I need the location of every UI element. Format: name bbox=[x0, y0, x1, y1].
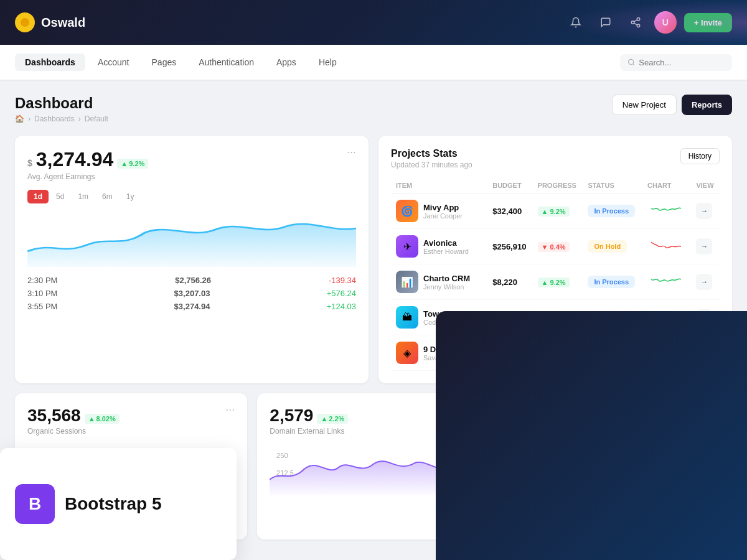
col-view: VIEW bbox=[691, 178, 720, 194]
project-icon: 🏔 bbox=[396, 306, 418, 329]
nav-authentication[interactable]: Authentication bbox=[189, 54, 264, 71]
projects-title: Projects Stats bbox=[391, 148, 472, 159]
col-progress: PROGRESS bbox=[533, 178, 583, 194]
logo[interactable]: Oswald bbox=[15, 12, 85, 32]
earnings-sparkline bbox=[27, 211, 356, 267]
time-tab-6m[interactable]: 6m bbox=[96, 190, 119, 203]
project-budget: $8,220 bbox=[492, 278, 517, 287]
history-button[interactable]: History bbox=[680, 148, 720, 164]
project-icon: ◈ bbox=[396, 342, 418, 364]
project-icon: 🌀 bbox=[396, 200, 418, 222]
svg-point-2 bbox=[637, 24, 640, 27]
notifications-icon[interactable] bbox=[565, 11, 587, 34]
nav-pages[interactable]: Pages bbox=[142, 54, 187, 71]
project-owner: Jenny Wilson bbox=[423, 283, 470, 291]
nav-help[interactable]: Help bbox=[309, 54, 347, 71]
avatar-image: U bbox=[654, 11, 677, 34]
breadcrumb-home-icon: 🏠 bbox=[15, 114, 24, 123]
time-label: 3:55 PM bbox=[27, 302, 57, 311]
reports-button[interactable]: Reports bbox=[682, 95, 732, 115]
view-arrow-button[interactable]: → bbox=[696, 238, 712, 254]
organic-badge: ▲ 8.02% bbox=[85, 414, 120, 424]
earnings-chart bbox=[27, 211, 356, 267]
svg-line-4 bbox=[634, 20, 637, 22]
time-tab-1m[interactable]: 1m bbox=[72, 190, 95, 203]
stat-change: +576.24 bbox=[327, 289, 356, 298]
search-input[interactable] bbox=[639, 58, 725, 67]
nav-dashboards[interactable]: Dashboards bbox=[15, 54, 85, 71]
invite-button[interactable]: + Invite bbox=[684, 13, 732, 32]
external-number: 2,579 bbox=[270, 406, 313, 426]
project-budget: $32,400 bbox=[492, 207, 522, 216]
breadcrumb-default: Default bbox=[85, 114, 108, 123]
share-icon[interactable] bbox=[624, 11, 647, 34]
col-budget: BUDGET bbox=[487, 178, 532, 194]
stat-value: $3,274.94 bbox=[174, 302, 210, 311]
svg-point-1 bbox=[631, 21, 634, 24]
earnings-amount: 3,274.94 bbox=[36, 148, 114, 171]
dark-overlay bbox=[436, 311, 747, 560]
table-row: 🌀 Mivy App Jane Cooper $32,400 ▲ 9.2% In… bbox=[391, 194, 720, 229]
projects-header: Projects Stats Updated 37 minutes ago Hi… bbox=[391, 148, 720, 169]
stat-change: -139.34 bbox=[329, 276, 356, 285]
svg-point-0 bbox=[637, 18, 640, 21]
avatar[interactable]: U bbox=[654, 11, 677, 34]
bootstrap-overlay: B Bootstrap 5 bbox=[0, 448, 237, 560]
external-badge: ▲ 2.2% bbox=[317, 414, 348, 424]
table-row: ✈ Avionica Esther Howard $256,910 ▼ 0.4%… bbox=[391, 229, 720, 264]
page-actions: New Project Reports bbox=[612, 95, 732, 115]
search-icon bbox=[627, 58, 635, 67]
stat-change: +124.03 bbox=[327, 302, 356, 311]
project-name: Mivy App bbox=[423, 203, 463, 212]
nav-apps[interactable]: Apps bbox=[266, 54, 306, 71]
topbar: Oswald U + Invite bbox=[0, 0, 747, 45]
navbar: Dashboards Account Pages Authentication … bbox=[0, 45, 747, 80]
page-header: Dashboard 🏠 › Dashboards › Default New P… bbox=[15, 95, 732, 123]
organic-label: Organic Sessions bbox=[27, 427, 120, 436]
bootstrap-icon: B bbox=[15, 484, 55, 524]
earnings-label: Avg. Agent Earnings bbox=[27, 172, 148, 181]
project-name: Charto CRM bbox=[423, 274, 470, 283]
view-arrow-button[interactable]: → bbox=[696, 203, 712, 219]
time-tab-5d[interactable]: 5d bbox=[50, 190, 70, 203]
nav-account[interactable]: Account bbox=[88, 54, 139, 71]
card-menu-icon[interactable]: ··· bbox=[225, 403, 235, 436]
time-label: 3:10 PM bbox=[27, 289, 57, 298]
logo-icon bbox=[15, 12, 35, 32]
projects-updated: Updated 37 minutes ago bbox=[391, 161, 472, 169]
time-tab-1y[interactable]: 1y bbox=[120, 190, 141, 203]
status-badge: In Process bbox=[588, 205, 635, 217]
project-owner: Esther Howard bbox=[423, 248, 469, 255]
status-badge: In Process bbox=[588, 276, 635, 288]
stat-value: $3,207.03 bbox=[174, 289, 210, 298]
time-label: 2:30 PM bbox=[27, 276, 57, 285]
stat-row: 2:30 PM $2,756.26 -139.34 bbox=[27, 276, 356, 285]
breadcrumb: 🏠 › Dashboards › Default bbox=[15, 114, 108, 123]
project-icon: 📊 bbox=[396, 271, 418, 293]
project-name: Avionica bbox=[423, 238, 469, 248]
logo-text: Oswald bbox=[41, 16, 85, 30]
project-icon: ✈ bbox=[396, 235, 418, 258]
page-title-section: Dashboard 🏠 › Dashboards › Default bbox=[15, 95, 108, 123]
status-badge: On Hold bbox=[588, 240, 627, 253]
view-arrow-button[interactable]: → bbox=[696, 274, 712, 290]
messages-icon[interactable] bbox=[594, 11, 617, 34]
earnings-badge: ▲ 9.2% bbox=[117, 159, 148, 169]
time-tab-1d[interactable]: 1d bbox=[27, 190, 49, 203]
search-box[interactable] bbox=[620, 54, 732, 71]
svg-text:212.5: 212.5 bbox=[276, 470, 294, 477]
project-budget: $256,910 bbox=[492, 242, 526, 251]
col-item: ITEM bbox=[391, 178, 487, 194]
col-status: STATUS bbox=[583, 178, 642, 194]
new-project-button[interactable]: New Project bbox=[612, 95, 677, 115]
project-sparkline bbox=[647, 203, 685, 216]
card-menu-icon[interactable]: ··· bbox=[347, 146, 356, 159]
external-label: Domain External Links bbox=[270, 427, 348, 436]
table-row: 📊 Charto CRM Jenny Wilson $8,220 ▲ 9.2% … bbox=[391, 264, 720, 300]
breadcrumb-dashboards[interactable]: Dashboards bbox=[34, 114, 75, 123]
svg-line-3 bbox=[634, 23, 637, 25]
project-sparkline bbox=[647, 239, 685, 251]
topbar-actions: U + Invite bbox=[565, 11, 732, 34]
currency-symbol: $ bbox=[27, 158, 32, 168]
bootstrap-text: Bootstrap 5 bbox=[65, 494, 162, 514]
